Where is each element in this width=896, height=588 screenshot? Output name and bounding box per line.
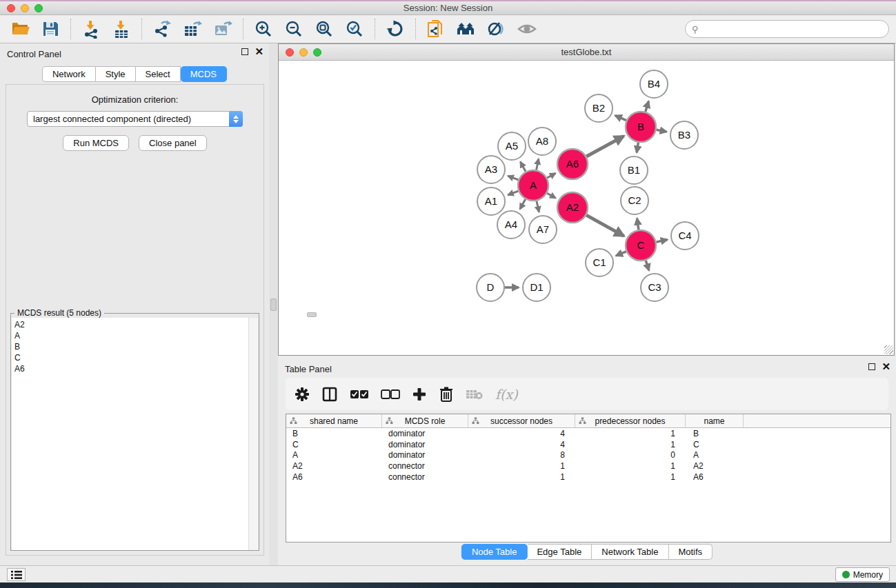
horizontal-split-grip[interactable] (307, 312, 317, 317)
table-cell[interactable]: A (686, 450, 744, 460)
graph-edge-A-A2[interactable] (547, 193, 556, 198)
table-row[interactable]: A2connector11A2 (286, 460, 890, 472)
graph-edge-A-A8[interactable] (537, 159, 539, 170)
graph-node-C2[interactable]: C2 (621, 187, 648, 214)
export-image-icon[interactable] (212, 19, 233, 39)
table-cell[interactable]: 4 (468, 440, 575, 449)
network-canvas[interactable]: B4B2BB3A8A5A6A3B1AA1C2A2A4A7C4CC1C3DD1 (279, 61, 894, 355)
close-panel-button[interactable]: Close panel (139, 135, 207, 151)
graph-node-D[interactable]: D (477, 274, 504, 301)
window-resize-grip[interactable] (884, 345, 893, 354)
show-hide-icon[interactable] (517, 19, 537, 39)
tab-select[interactable]: Select (136, 66, 181, 82)
table-cell[interactable]: 1 (575, 472, 686, 482)
table-cell[interactable]: 0 (575, 450, 686, 460)
table-cell[interactable]: 1 (468, 472, 575, 482)
float-table-panel-icon[interactable] (868, 363, 875, 370)
network-window-titlebar[interactable]: testGlobe.txt (279, 44, 894, 61)
graph-edge-A6-B[interactable] (586, 136, 624, 156)
table-row[interactable]: Bdominator41B (286, 428, 890, 439)
column-header-MCDS-role[interactable]: MCDS role (382, 414, 468, 427)
open-file-icon[interactable] (10, 19, 30, 39)
graph-node-A8[interactable]: A8 (528, 128, 556, 155)
refresh-icon[interactable] (385, 19, 406, 39)
table-cell[interactable]: 1 (575, 440, 686, 449)
zoom-selected-icon[interactable] (344, 19, 365, 39)
table-cell[interactable]: C (286, 440, 382, 449)
graph-edge-C-C3[interactable] (646, 261, 649, 270)
table-cell[interactable]: dominator (382, 450, 468, 460)
float-panel-icon[interactable] (241, 48, 248, 55)
close-table-panel-icon[interactable]: ✕ (882, 363, 890, 370)
function-builder-icon[interactable]: f(x) (495, 387, 518, 402)
tab-motifs[interactable]: Motifs (668, 544, 713, 560)
graph-edge-A-A7[interactable] (537, 201, 539, 212)
delete-column-icon[interactable] (439, 386, 454, 403)
graph-node-A5[interactable]: A5 (498, 132, 526, 160)
table-cell[interactable]: 8 (468, 450, 575, 460)
table-row[interactable]: Cdominator41C (286, 439, 890, 450)
settings-gear-icon[interactable] (295, 387, 310, 402)
zoom-out-icon[interactable] (283, 19, 304, 39)
table-row[interactable]: Adominator80A (286, 449, 890, 460)
mcds-result-list[interactable]: A2ABCA6 (12, 318, 250, 550)
table-cell[interactable]: C (686, 440, 744, 449)
first-neighbors-icon[interactable] (456, 19, 477, 39)
graph-edge-C-C2[interactable] (637, 219, 639, 230)
column-header-predecessor-nodes[interactable]: predecessor nodes (575, 414, 686, 427)
graph-node-B4[interactable]: B4 (640, 70, 668, 98)
graph-edge-A2-C[interactable] (586, 215, 624, 236)
column-header-shared-name[interactable]: shared name (286, 414, 382, 427)
graph-node-C[interactable]: C (626, 230, 656, 261)
graph-node-A4[interactable]: A4 (497, 211, 525, 239)
search-input[interactable] (699, 24, 888, 34)
unselect-all-columns-icon[interactable] (381, 389, 400, 400)
run-mcds-button[interactable]: Run MCDS (63, 135, 129, 151)
graph-node-D1[interactable]: D1 (523, 274, 550, 301)
import-table-icon[interactable] (111, 19, 132, 39)
table-cell[interactable]: A2 (286, 461, 382, 471)
graph-node-B2[interactable]: B2 (585, 94, 613, 122)
column-header-successor-nodes[interactable]: successor nodes (468, 414, 575, 427)
table-cell[interactable]: A6 (286, 472, 382, 482)
graph-node-B3[interactable]: B3 (670, 121, 698, 149)
table-cell[interactable]: A6 (686, 472, 744, 482)
graph-node-A7[interactable]: A7 (529, 216, 557, 243)
task-history-icon[interactable] (7, 568, 26, 581)
add-column-icon[interactable] (412, 387, 427, 402)
graph-node-A3[interactable]: A3 (477, 156, 505, 183)
new-network-from-selection-icon[interactable] (426, 19, 446, 39)
close-panel-icon[interactable]: ✕ (255, 48, 263, 55)
table-cell[interactable]: B (286, 429, 382, 438)
export-table-icon[interactable] (182, 19, 203, 39)
graph-node-A1[interactable]: A1 (477, 187, 505, 215)
column-layout-icon[interactable] (321, 386, 338, 403)
graph-node-C4[interactable]: C4 (671, 222, 699, 250)
graph-node-A6[interactable]: A6 (557, 149, 588, 179)
graph-edge-B-B4[interactable] (646, 101, 649, 112)
result-item[interactable]: B (14, 341, 250, 352)
graph-node-A[interactable]: A (518, 170, 548, 201)
table-cell[interactable]: 1 (468, 461, 575, 471)
table-cell[interactable]: connector (382, 461, 468, 471)
export-network-icon[interactable] (152, 19, 172, 39)
node-table[interactable]: shared nameMCDS rolesuccessor nodesprede… (286, 414, 891, 543)
zoom-in-icon[interactable] (253, 19, 274, 39)
graph-edge-C-C4[interactable] (656, 240, 667, 243)
search-box[interactable]: ⚲ (685, 20, 889, 38)
panel-divider[interactable] (269, 43, 278, 565)
column-header-name[interactable]: name (686, 414, 744, 427)
vizmapper-off-icon[interactable] (486, 19, 507, 39)
tab-network-table[interactable]: Network Table (592, 544, 668, 560)
criterion-dropdown[interactable]: largest connected component (directed) (27, 111, 243, 127)
result-item[interactable]: A6 (14, 363, 250, 374)
table-cell[interactable]: 1 (575, 429, 686, 438)
import-network-icon[interactable] (81, 19, 101, 39)
result-scrollbar[interactable] (248, 318, 258, 550)
zoom-fit-icon[interactable] (314, 19, 335, 39)
graph-edge-A-A4[interactable] (520, 199, 526, 209)
save-session-icon[interactable] (40, 19, 61, 39)
memory-button[interactable]: Memory (835, 567, 890, 582)
table-cell[interactable]: connector (382, 472, 468, 482)
graph-node-A2[interactable]: A2 (557, 192, 588, 223)
